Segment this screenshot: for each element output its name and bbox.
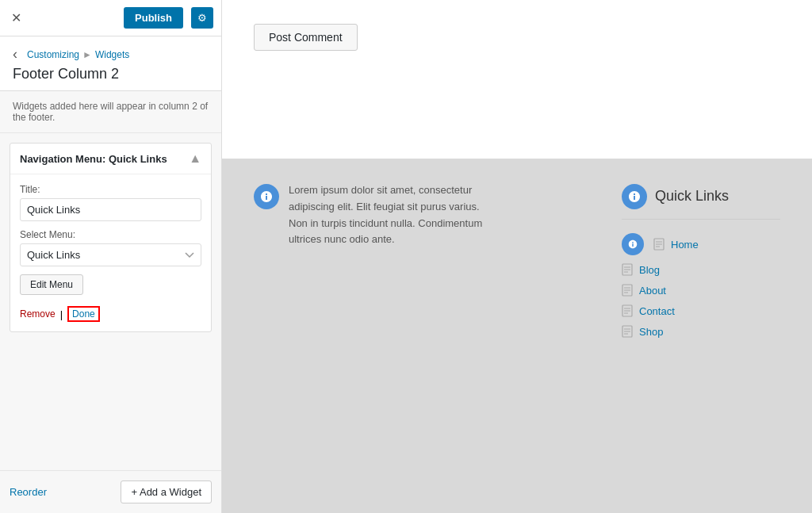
publish-button[interactable]: Publish: [124, 7, 183, 29]
nav-menu-item-home: Home: [622, 229, 780, 259]
page-icon-about: [622, 284, 633, 297]
nav-menu-item-blog: Blog: [622, 259, 780, 280]
page-icon-blog: [622, 263, 633, 276]
quick-links-header: Quick Links: [622, 182, 780, 220]
title-field-group: Title:: [20, 184, 201, 221]
reorder-link[interactable]: Reorder: [10, 486, 47, 498]
widget-card: Navigation Menu: Quick Links ▲ Title: Se…: [10, 143, 212, 332]
nav-menu-list: Home Blog: [622, 229, 780, 342]
description-text: Widgets added here will appear in column…: [0, 91, 221, 133]
breadcrumb-customizing-link[interactable]: Customizing: [27, 49, 79, 60]
close-button[interactable]: ✕: [8, 7, 25, 29]
quick-links-icon: [622, 184, 647, 209]
widget-header[interactable]: Navigation Menu: Quick Links ▲: [10, 144, 211, 174]
nav-menu-item-contact: Contact: [622, 301, 780, 321]
nav-home-icon: [622, 233, 644, 255]
page-icon-contact: [622, 304, 633, 317]
nav-link-contact[interactable]: Contact: [639, 305, 675, 317]
widget-body: Title: Select Menu: Quick Links Main Men…: [10, 174, 211, 331]
nav-menu-item-about: About: [622, 280, 780, 301]
top-bar: ✕ Publish ⚙: [0, 0, 221, 36]
bottom-actions: Reorder + Add a Widget: [0, 470, 221, 513]
widget-collapse-icon: ▲: [189, 151, 201, 166]
select-menu-label: Select Menu:: [20, 229, 201, 240]
add-widget-button[interactable]: + Add a Widget: [121, 480, 212, 503]
remove-link[interactable]: Remove: [20, 308, 56, 320]
title-input[interactable]: [20, 198, 201, 221]
breadcrumb-arrow: ►: [82, 49, 92, 60]
done-link[interactable]: Done: [67, 306, 100, 322]
page-icon-shop: [622, 325, 633, 338]
widget-area: Navigation Menu: Quick Links ▲ Title: Se…: [0, 133, 221, 470]
back-button[interactable]: ‹: [13, 46, 17, 63]
edit-menu-button[interactable]: Edit Menu: [20, 274, 83, 295]
widget-header-title: Navigation Menu: Quick Links: [20, 153, 167, 165]
footer-area: Lorem ipsum dolor sit amet, consectetur …: [222, 159, 812, 513]
select-menu-field-group: Select Menu: Quick Links Main Menu Foote…: [20, 229, 201, 266]
breadcrumb-widgets-link[interactable]: Widgets: [95, 49, 129, 60]
left-panel: ✕ Publish ⚙ ‹ Customizing ► Widgets Foot…: [0, 0, 222, 513]
footer-left-icon: [254, 184, 279, 209]
post-comment-button[interactable]: Post Comment: [254, 24, 358, 51]
nav-link-blog[interactable]: Blog: [639, 264, 660, 276]
section-title: Footer Column 2: [13, 66, 209, 82]
widget-actions: Remove | Done: [20, 303, 201, 322]
preview-white-area: Post Comment: [222, 0, 812, 159]
quick-links-title: Quick Links: [655, 188, 729, 205]
select-menu-dropdown[interactable]: Quick Links Main Menu Footer Menu: [20, 243, 201, 266]
footer-description-text: Lorem ipsum dolor sit amet, consectetur …: [289, 182, 495, 248]
gear-button[interactable]: ⚙: [191, 7, 213, 29]
page-icon-home: [653, 238, 665, 251]
separator: |: [60, 308, 63, 320]
nav-link-shop[interactable]: Shop: [639, 326, 663, 338]
title-label: Title:: [20, 184, 201, 195]
breadcrumb-area: ‹ Customizing ► Widgets Footer Column 2: [0, 36, 221, 91]
nav-link-home[interactable]: Home: [671, 239, 699, 251]
footer-left-column: Lorem ipsum dolor sit amet, consectetur …: [254, 182, 590, 489]
right-panel: Post Comment Lorem ipsum dolor sit amet,…: [222, 0, 812, 513]
breadcrumb: ‹ Customizing ► Widgets: [13, 46, 209, 63]
nav-link-about[interactable]: About: [639, 285, 666, 297]
nav-menu-item-shop: Shop: [622, 321, 780, 342]
footer-right-column: Quick Links Home: [622, 182, 780, 489]
